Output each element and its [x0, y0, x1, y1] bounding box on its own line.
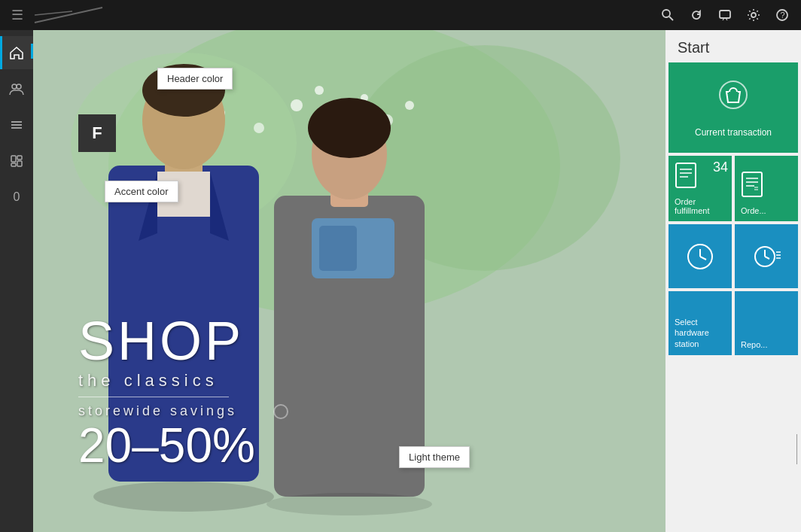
tile-select-hw-label: Select hardware station [675, 317, 726, 349]
tile-clock-1[interactable] [669, 224, 732, 288]
shop-percent: 20–50% [78, 419, 255, 472]
svg-rect-45 [676, 163, 696, 187]
top-bar-right: ? [655, 4, 801, 26]
svg-line-57 [700, 257, 706, 260]
svg-line-0 [35, 8, 102, 23]
tile-order-fulfillment[interactable]: 34 Order fulfillment [669, 156, 732, 221]
sidebar: 0 [0, 30, 33, 532]
svg-point-42 [93, 482, 274, 512]
svg-point-44 [720, 81, 747, 108]
shop-overlay: SHOP the classics storewide savings 20–5… [78, 314, 255, 472]
tile-clock-2[interactable] [735, 224, 798, 288]
svg-rect-41 [319, 226, 357, 271]
tile-current-transaction[interactable]: Current transaction [669, 62, 798, 153]
top-bar: ☰ ? [0, 0, 801, 30]
tile-current-transaction-label: Current transaction [695, 127, 772, 138]
panel-title: Start [665, 30, 801, 62]
top-bar-left: ☰ [0, 3, 117, 27]
tooltip-header-color: Header color [157, 68, 233, 90]
sidebar-item-products[interactable] [0, 144, 33, 178]
tile-order-fulfillment-label: Order fulfillment [675, 197, 726, 215]
svg-point-22 [315, 86, 324, 95]
settings-icon[interactable] [741, 4, 766, 26]
clock-icon-2 [741, 230, 792, 282]
svg-point-26 [405, 101, 414, 110]
f-logo-box: F [78, 114, 116, 152]
sidebar-item-menu[interactable] [0, 108, 33, 141]
tile-reports[interactable]: Repo... [735, 291, 798, 355]
svg-point-39 [308, 98, 391, 158]
svg-point-21 [291, 99, 303, 111]
hamburger-icon[interactable]: ☰ [8, 3, 27, 27]
clock-icon-1 [675, 230, 726, 282]
tile-order-2[interactable]: Orde... [735, 156, 798, 221]
tooltip-light-theme: Light theme [399, 446, 470, 468]
tooltip-accent-color: Accent color [105, 181, 178, 202]
svg-point-2 [662, 10, 670, 17]
tile-reports-label: Repo... [741, 340, 767, 349]
scroll-indicator [796, 434, 797, 464]
svg-line-60 [765, 257, 769, 259]
tile-select-hardware-station[interactable]: Select hardware station [669, 291, 732, 355]
chat-icon[interactable] [712, 4, 738, 26]
shop-divider [78, 397, 229, 397]
tiles-grid: Current transaction 34 Order fulfillment [665, 62, 801, 358]
order-fulfillment-badge: 34 [713, 160, 728, 175]
svg-point-8 [12, 84, 17, 89]
svg-point-5 [751, 13, 756, 17]
svg-rect-13 [11, 156, 16, 162]
shopping-bag-icon [717, 78, 750, 118]
help-icon[interactable]: ? [769, 4, 795, 26]
svg-rect-49 [742, 172, 762, 196]
svg-rect-16 [17, 161, 22, 166]
hero-image: F Header color Accent color Light theme … [33, 30, 665, 532]
svg-line-1 [35, 11, 72, 15]
app-logo [27, 4, 117, 26]
shop-title: SHOP [78, 314, 255, 368]
right-panel: Start Current transaction 34 [665, 30, 801, 532]
sidebar-item-cart[interactable]: 0 [0, 181, 33, 214]
shop-savings: storewide savings [78, 403, 255, 419]
svg-point-43 [266, 493, 432, 515]
order-doc-2-icon [741, 171, 763, 203]
svg-text:?: ? [781, 11, 785, 20]
sidebar-item-orders[interactable] [0, 72, 33, 105]
svg-point-9 [17, 84, 21, 89]
svg-point-27 [254, 123, 264, 133]
svg-rect-14 [17, 156, 22, 160]
shop-subtitle: the classics [78, 371, 255, 391]
svg-line-3 [669, 17, 673, 20]
refresh-icon[interactable] [684, 4, 709, 26]
sidebar-item-home[interactable] [0, 36, 33, 69]
svg-rect-15 [11, 163, 16, 166]
order-doc-icon [675, 162, 697, 194]
main-hero-area: F Header color Accent color Light theme … [33, 30, 665, 532]
svg-rect-4 [720, 11, 730, 18]
tile-order-2-label: Orde... [741, 206, 766, 215]
search-icon[interactable] [655, 4, 681, 26]
